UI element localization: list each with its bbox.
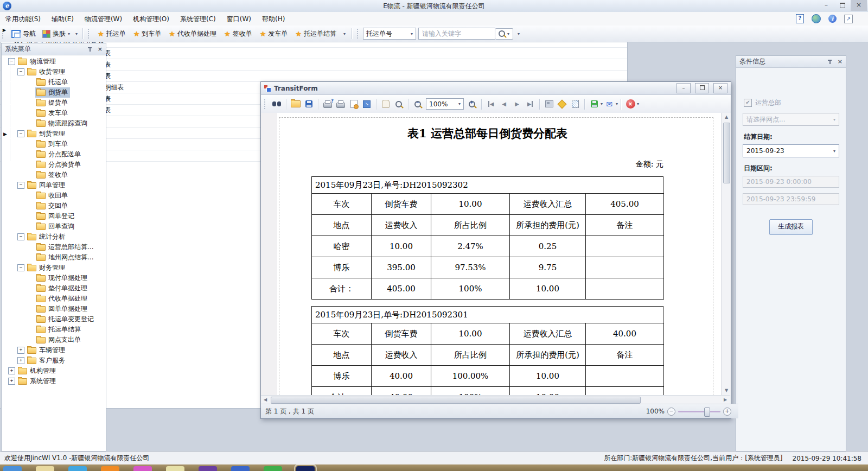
print-dialog-button[interactable] (321, 98, 334, 111)
close-icon[interactable]: × (98, 46, 103, 53)
tree-node[interactable]: 地州网点结算... (2, 252, 106, 263)
tree-node[interactable]: 物流跟踪查询 (2, 118, 106, 129)
export-button[interactable] (588, 98, 601, 111)
taskbar-app-7[interactable] (199, 466, 217, 471)
preview-vertical-scrollbar[interactable]: ▲ ▼ (722, 113, 731, 395)
favorite-shortcut[interactable]: ★ 代收单据处理 (165, 28, 220, 40)
zoom-slider[interactable] (678, 411, 720, 412)
tree-node[interactable]: 垫付单据处理 (2, 283, 106, 294)
zoom-out-circle-icon[interactable]: − (667, 408, 675, 416)
chevron-down-icon[interactable]: ▾ (616, 101, 618, 106)
tree-node[interactable]: 网点支出单 (2, 335, 106, 345)
taskbar-app-9[interactable] (264, 466, 282, 471)
find-button[interactable] (270, 98, 283, 111)
chevron-down-icon[interactable]: ▾ (637, 101, 639, 106)
pin-icon[interactable] (827, 59, 832, 65)
print-button[interactable] (334, 98, 347, 111)
scroll-down-icon[interactable]: ▼ (722, 386, 731, 395)
info-icon[interactable] (828, 15, 837, 23)
skin-button[interactable]: 换肤 ▾ (39, 28, 73, 40)
globe-icon[interactable] (812, 14, 821, 23)
favorite-shortcut[interactable]: ★ 托运单 (94, 28, 130, 40)
page-setup-button[interactable] (347, 98, 360, 111)
menu-item[interactable]: 常用功能(S) (0, 12, 46, 26)
pin-icon[interactable] (87, 47, 92, 52)
tree-node[interactable]: − 收货管理 (2, 67, 106, 77)
taskbar-app-3[interactable] (68, 466, 87, 471)
transit-maximize-button[interactable] (695, 83, 709, 93)
scroll-right-icon[interactable]: ▶ (721, 396, 730, 404)
favorite-shortcut[interactable]: ★ 发车单 (256, 28, 292, 40)
zoom-in-circle-icon[interactable]: + (723, 408, 731, 416)
tree-expander-icon[interactable]: + (17, 357, 24, 364)
taskbar-app-4[interactable] (101, 466, 119, 471)
tree-node[interactable]: + 系统管理 (2, 376, 106, 386)
scale-button[interactable]: ↘ (360, 98, 373, 111)
tree-node[interactable]: 回单查询 (2, 221, 106, 232)
tree-node[interactable]: 托运单 (2, 77, 106, 87)
zoom-in-button[interactable]: + (465, 98, 478, 111)
menu-item[interactable]: 物流管理(W) (79, 12, 127, 26)
window-restore-button[interactable] (834, 0, 851, 11)
tree-node[interactable]: − 回单管理 (2, 180, 106, 190)
last-page-button[interactable]: ▶ (524, 98, 537, 111)
search-input[interactable]: 请输入关键字 (418, 28, 495, 40)
tree-node[interactable]: − 物流管理 (2, 56, 106, 67)
taskbar-app-5[interactable] (133, 466, 152, 471)
generate-report-button[interactable]: 生成报表 (769, 219, 813, 235)
tree-node[interactable]: + 机构管理 (2, 366, 106, 376)
tree-node[interactable]: − 财务管理 (2, 263, 106, 273)
pan-button[interactable] (379, 98, 392, 111)
tree-node[interactable]: 到车单 (2, 139, 106, 149)
search-button[interactable]: ▾ (495, 28, 513, 40)
settle-date-select[interactable]: 2015-09-23 ▾ (743, 144, 839, 157)
tree-node[interactable]: 回单登记 (2, 211, 106, 221)
tree-node[interactable]: − 到货管理 (2, 129, 106, 139)
watermark-button[interactable] (556, 98, 569, 111)
tree-node[interactable]: − 统计分析 (2, 232, 106, 242)
tree-node[interactable]: 发车单 (2, 108, 106, 118)
tree-expander-icon[interactable]: + (17, 347, 24, 354)
transit-minimize-button[interactable]: – (676, 83, 691, 93)
tree-node[interactable]: 分点验货单 (2, 160, 106, 170)
tree-node[interactable]: 提货单 (2, 98, 106, 108)
tree-node[interactable]: 运营总部结算... (2, 242, 106, 252)
zoom-out-button[interactable]: − (411, 98, 424, 111)
transit-titlebar[interactable]: TransitForm – × (261, 82, 731, 95)
menu-item[interactable]: 窗口(W) (221, 12, 257, 26)
next-page-button[interactable]: ▶ (510, 98, 524, 111)
tree-node[interactable]: 托运单变更登记 (2, 314, 106, 324)
favorites-overflow-icon[interactable]: ▾ (343, 31, 346, 36)
taskbar-app-2[interactable] (36, 466, 54, 471)
navigation-button[interactable]: 导航 (8, 28, 39, 40)
tree-expander-icon[interactable]: + (8, 378, 15, 385)
zoom-slider-thumb[interactable] (704, 408, 710, 417)
tree-expander-icon[interactable]: + (8, 367, 15, 374)
zoom-level-select[interactable]: 100% ▾ (426, 98, 464, 110)
close-icon[interactable]: × (838, 58, 843, 65)
tree-node[interactable]: + 客户服务 (2, 355, 106, 366)
menu-item[interactable]: 机构管理(O) (127, 12, 175, 26)
prev-page-button[interactable]: ◀ (497, 98, 510, 111)
favorite-shortcut[interactable]: ★ 到车单 (130, 28, 165, 40)
tree-node[interactable]: 分点配送单 (2, 149, 106, 160)
document-map-button[interactable] (542, 98, 556, 111)
zoom-select-button[interactable] (392, 98, 405, 111)
horizontal-scroll-thumb[interactable] (271, 397, 641, 404)
taskbar-app-8[interactable] (231, 466, 250, 471)
open-button[interactable] (289, 98, 302, 111)
tree-node[interactable]: 交回单 (2, 201, 106, 211)
checkbox-checked-icon[interactable]: ✔ (744, 99, 752, 107)
window-close-button[interactable]: × (851, 0, 867, 11)
tree-node[interactable]: 回单单据处理 (2, 304, 106, 314)
search-category-select[interactable]: 托运单号 ▾ (363, 28, 416, 40)
taskbar-app-6[interactable] (166, 466, 184, 471)
preview-horizontal-scrollbar[interactable]: ◀ ▶ (261, 395, 730, 404)
tree-expander-icon[interactable]: − (17, 68, 24, 75)
help-doc-icon[interactable] (796, 14, 804, 23)
tree-node[interactable]: 现付单据处理 (2, 273, 106, 283)
window-minimize-button[interactable]: – (818, 0, 834, 11)
menu-item[interactable]: 帮助(H) (257, 12, 290, 26)
scroll-left-icon[interactable]: ◀ (261, 396, 270, 404)
toolbar-overflow-icon[interactable]: ▾ (75, 31, 78, 36)
